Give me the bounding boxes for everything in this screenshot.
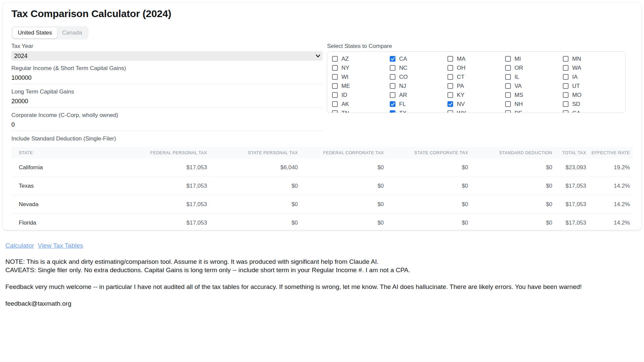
state-checkbox-item[interactable]: AZ [332, 54, 390, 63]
state-checkbox[interactable] [563, 101, 569, 107]
state-checkbox-item[interactable]: NV [447, 100, 505, 109]
state-checkbox[interactable] [332, 110, 338, 113]
state-checkbox-item[interactable]: WA [563, 63, 621, 72]
states-panel[interactable]: AZ CA MA MI MN NY NC OH OR WA WI CO CT I… [327, 51, 626, 113]
state-checkbox-item[interactable]: MN [563, 54, 621, 63]
state-code-label: UT [572, 83, 580, 89]
state-checkbox[interactable] [332, 92, 338, 98]
state-checkbox-item[interactable]: OR [505, 63, 563, 72]
state-checkbox[interactable] [505, 83, 511, 89]
tab-united-states[interactable]: United States [13, 27, 57, 38]
state-checkbox[interactable] [563, 74, 569, 80]
state-code-label: MA [457, 56, 466, 62]
state-checkbox-item[interactable]: MA [447, 54, 505, 63]
state-checkbox-item[interactable]: PA [447, 81, 505, 90]
footer-links: Calculator View Tax Tables [5, 242, 644, 249]
state-checkbox-item[interactable]: MS [505, 90, 563, 100]
include-standard-deduction-label: Include Standard Deduction (Single-Filer… [11, 135, 323, 142]
corporate-income-input[interactable] [11, 120, 323, 131]
state-checkbox[interactable] [390, 65, 395, 71]
state-checkbox[interactable] [390, 74, 395, 80]
state-checkbox-item[interactable]: DE [505, 109, 563, 113]
calculator-link[interactable]: Calculator [5, 242, 34, 249]
state-checkbox-item[interactable]: GA [563, 109, 621, 113]
state-checkbox[interactable] [563, 65, 569, 71]
state-checkbox[interactable] [505, 56, 511, 62]
state-checkbox-item[interactable]: AK [332, 100, 390, 109]
state-code-label: MS [515, 92, 523, 99]
state-checkbox-item[interactable]: MO [563, 90, 621, 100]
state-checkbox-item[interactable]: TX [390, 109, 447, 113]
state-checkbox-item[interactable]: CT [447, 72, 505, 81]
state-checkbox[interactable] [505, 110, 511, 113]
state-checkbox-item[interactable]: NJ [390, 81, 447, 90]
state-checkbox-item[interactable]: FL [390, 100, 447, 109]
state-checkbox[interactable] [505, 101, 511, 107]
state-code-label: WY [457, 110, 466, 113]
disclaimer-notes: NOTE: This is a quick and dirty estimati… [5, 257, 644, 308]
state-checkbox-item[interactable]: NH [505, 100, 563, 109]
state-checkbox-item[interactable]: OH [447, 63, 505, 72]
value-cell: $17,053 [128, 195, 210, 214]
value-cell: $0 [471, 159, 555, 177]
state-checkbox[interactable] [447, 56, 453, 62]
tax-year-select[interactable]: 2024 [11, 51, 323, 61]
corporate-income-label: Corporate Income (C-Corp, wholly owned) [11, 112, 323, 119]
state-checkbox[interactable] [390, 83, 395, 89]
state-checkbox[interactable] [390, 56, 395, 62]
state-checkbox[interactable] [332, 83, 338, 89]
view-tax-tables-link[interactable]: View Tax Tables [38, 242, 83, 249]
state-checkbox[interactable] [563, 56, 569, 62]
state-checkbox[interactable] [563, 92, 569, 98]
state-checkbox-item[interactable]: CA [390, 54, 447, 63]
state-checkbox-item[interactable]: NY [332, 63, 390, 72]
long-term-gains-input[interactable] [11, 97, 323, 108]
state-checkbox[interactable] [332, 74, 338, 80]
state-checkbox[interactable] [390, 101, 395, 107]
state-checkbox-item[interactable]: CO [390, 72, 447, 81]
value-cell: $17,053 [128, 177, 210, 195]
state-checkbox[interactable] [505, 74, 511, 80]
state-checkbox-item[interactable]: KY [447, 90, 505, 100]
state-checkbox-item[interactable]: IA [563, 72, 621, 81]
state-checkbox[interactable] [563, 83, 569, 89]
state-checkbox[interactable] [390, 110, 395, 113]
value-cell: 14.2% [589, 195, 633, 214]
state-code-label: AK [341, 101, 349, 108]
state-checkbox[interactable] [332, 56, 338, 62]
state-checkbox[interactable] [332, 101, 338, 107]
state-checkbox-item[interactable]: WY [447, 109, 505, 113]
state-checkbox[interactable] [447, 92, 453, 98]
state-checkbox-item[interactable]: SD [563, 100, 621, 109]
state-checkbox[interactable] [447, 65, 453, 71]
state-checkbox[interactable] [447, 110, 453, 113]
state-checkbox-item[interactable]: IL [505, 72, 563, 81]
tax-year-label: Tax Year [11, 43, 323, 50]
state-checkbox-item[interactable]: WI [332, 72, 390, 81]
state-checkbox[interactable] [563, 110, 569, 113]
value-cell: $0 [386, 195, 471, 214]
state-code-label: TN [341, 110, 349, 113]
state-checkbox-item[interactable]: ME [332, 81, 390, 90]
regular-income-input[interactable] [11, 73, 323, 84]
state-checkbox[interactable] [390, 92, 395, 98]
states-grid: AZ CA MA MI MN NY NC OH OR WA WI CO CT I… [332, 54, 621, 113]
state-checkbox-item[interactable]: AR [390, 90, 447, 100]
state-checkbox-item[interactable]: MI [505, 54, 563, 63]
value-cell: $0 [301, 214, 386, 230]
state-checkbox-item[interactable]: TN [332, 109, 390, 113]
state-checkbox-item[interactable]: NC [390, 63, 447, 72]
state-checkbox-item[interactable]: ID [332, 90, 390, 100]
value-cell: $0 [471, 195, 555, 214]
state-checkbox-item[interactable]: VA [505, 81, 563, 90]
state-code-label: OH [457, 65, 466, 71]
state-checkbox[interactable] [447, 101, 453, 107]
tab-canada[interactable]: Canada [57, 27, 87, 38]
state-checkbox[interactable] [505, 65, 511, 71]
column-header: STATE PERSONAL TAX [210, 147, 301, 159]
state-checkbox-item[interactable]: UT [563, 81, 621, 90]
state-checkbox[interactable] [447, 74, 453, 80]
state-checkbox[interactable] [505, 92, 511, 98]
state-checkbox[interactable] [332, 65, 338, 71]
state-checkbox[interactable] [447, 83, 453, 89]
